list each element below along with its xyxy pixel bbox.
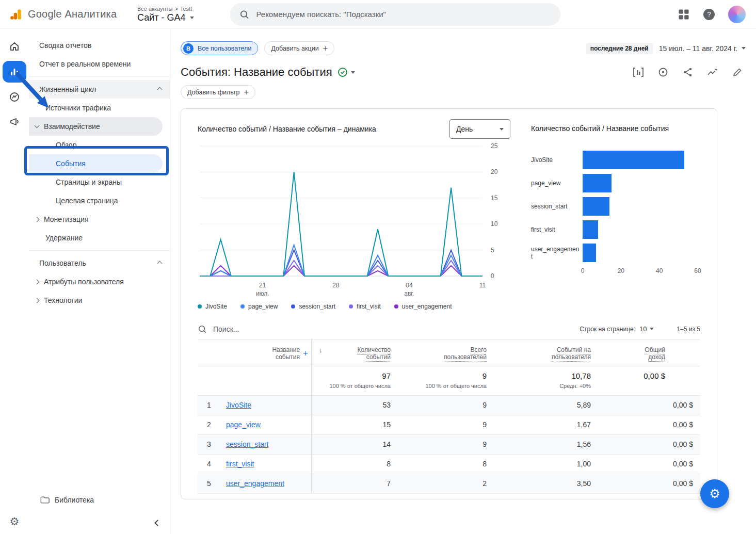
table-header-row: Название события + ↓ Количество событий … xyxy=(198,340,700,366)
event-name-cell: JivoSite xyxy=(218,396,311,415)
google-analytics-logo[interactable] xyxy=(9,8,23,21)
date-range-selector[interactable]: 15 июл. – 11 авг. 2024 г. xyxy=(659,44,746,53)
app-title: Google Аналитика xyxy=(28,8,117,20)
add-filter-chip[interactable]: Добавить фильтр+ xyxy=(181,85,255,99)
row-index: 2 xyxy=(198,415,218,434)
chevron-right-icon xyxy=(35,298,40,303)
search-icon xyxy=(198,325,207,334)
explore-button[interactable] xyxy=(4,87,25,107)
settings-fab[interactable]: ⚙ xyxy=(700,479,729,508)
legend-dot xyxy=(240,304,245,309)
nav-item-retention[interactable]: Удержание xyxy=(29,229,170,247)
legend-item[interactable]: page_view xyxy=(240,303,278,310)
nav-item-realtime[interactable]: Отчет в реальном времени xyxy=(29,55,170,73)
date-hint: последние 28 дней xyxy=(586,43,653,54)
home-button[interactable] xyxy=(4,36,25,57)
table-row: 1 JivoSite 53 9 5,89 0,00 $ xyxy=(198,396,700,415)
svg-text:0: 0 xyxy=(491,272,494,280)
row-index: 1 xyxy=(198,396,218,415)
top-app-bar: Google Аналитика Все аккаунты > Testt Са… xyxy=(0,0,756,29)
pagination-controls: Строк на странице: 10 1–5 из 5 xyxy=(580,325,700,333)
add-dimension-icon[interactable]: + xyxy=(303,348,308,359)
events-per-user-cell: 1,56 xyxy=(495,435,599,454)
bar-label: page_view xyxy=(531,180,583,187)
nav-section-lifecycle[interactable]: Жизненный цикл xyxy=(29,80,170,99)
column-header-total-revenue[interactable]: Общий доход xyxy=(599,340,701,366)
bar-label: session_start xyxy=(531,203,583,210)
table-search-input[interactable] xyxy=(213,325,368,333)
event-link[interactable]: page_view xyxy=(226,420,261,429)
row-index: 4 xyxy=(198,455,218,474)
property-selector[interactable]: Все аккаунты > Testt Сайт - GA4 xyxy=(137,6,194,23)
insights-button[interactable] xyxy=(706,66,719,78)
event-link[interactable]: first_visit xyxy=(226,460,254,468)
rows-per-page-select[interactable]: 10 xyxy=(639,325,654,333)
reports-button[interactable] xyxy=(3,61,26,83)
search-input[interactable] xyxy=(256,10,551,19)
column-header-events-per-user[interactable]: Событий на пользователя xyxy=(495,340,599,366)
scorecard-button[interactable] xyxy=(657,66,669,78)
legend-item[interactable]: user_engagement xyxy=(394,303,452,310)
event-count-cell: 8 xyxy=(311,455,399,474)
bar[interactable] xyxy=(583,197,609,216)
line-chart-title: Количество событий / Название события – … xyxy=(198,125,376,133)
bar[interactable] xyxy=(583,244,596,262)
folder-icon xyxy=(40,496,50,504)
chevron-right-icon xyxy=(35,217,40,222)
legend-item[interactable]: JivoSite xyxy=(198,303,227,310)
nav-item-library[interactable]: Библиотека xyxy=(29,496,94,504)
granularity-select[interactable]: День xyxy=(449,119,510,139)
row-index: 5 xyxy=(198,474,218,493)
events-line-chart: 051015202521июл.2804авг.11 xyxy=(198,139,510,300)
nav-item-snapshot[interactable]: Сводка отчетов xyxy=(29,36,170,55)
nav-item-user-attributes[interactable]: Атрибуты пользователя xyxy=(29,272,170,291)
nav-item-events[interactable]: События xyxy=(29,154,163,173)
bar[interactable] xyxy=(583,151,684,169)
help-icon[interactable]: ? xyxy=(703,9,715,20)
avatar[interactable] xyxy=(728,6,746,23)
report-status-dropdown[interactable] xyxy=(337,67,355,77)
share-button[interactable] xyxy=(682,66,694,78)
collapse-nav-button[interactable] xyxy=(149,514,166,531)
event-link[interactable]: session_start xyxy=(226,440,268,448)
nav-item-landing-page[interactable]: Целевая страница xyxy=(29,191,170,210)
admin-settings-button[interactable]: ⚙ xyxy=(0,515,29,528)
event-link[interactable]: JivoSite xyxy=(226,401,251,409)
column-header-event-count[interactable]: ↓ Количество событий xyxy=(311,340,399,366)
nav-item-monetization[interactable]: Монетизация xyxy=(29,210,170,229)
home-icon xyxy=(9,41,20,52)
event-link[interactable]: user_engagement xyxy=(226,479,284,488)
bar-row: first_visit xyxy=(531,218,700,241)
rows-per-page-label: Строк на странице: xyxy=(580,326,635,333)
nav-item-tech[interactable]: Технологии xyxy=(29,291,170,310)
bar-chart-icon xyxy=(9,67,20,77)
table-search-row: Строк на странице: 10 1–5 из 5 xyxy=(198,318,700,340)
bar[interactable] xyxy=(583,220,598,239)
table-totals-row: 97 100 % от общего числа 9 100 % от обще… xyxy=(198,366,700,396)
total-users-cell: 9 xyxy=(399,396,495,415)
bar[interactable] xyxy=(583,174,612,192)
reports-nav-panel: Сводка отчетов Отчет в реальном времени … xyxy=(29,29,170,534)
revenue-cell: 0,00 $ xyxy=(599,474,701,493)
nav-item-acquisition[interactable]: Источники трафика xyxy=(29,99,170,117)
nav-section-user[interactable]: Пользователь xyxy=(29,254,170,272)
comparison-chip-all-users[interactable]: B Все пользователи xyxy=(181,41,258,55)
svg-text:25: 25 xyxy=(491,142,498,150)
add-comparison-chip[interactable]: Добавить акции+ xyxy=(264,41,334,55)
total-users-cell: 2 xyxy=(399,474,495,493)
nav-item-overview[interactable]: Обзор xyxy=(29,136,170,154)
bar-label: user_engagement xyxy=(531,246,583,260)
advertising-button[interactable] xyxy=(4,111,25,132)
column-header-total-users[interactable]: Всего пользователей xyxy=(399,340,495,366)
legend-item[interactable]: session_start xyxy=(291,303,335,310)
column-header-event-name[interactable]: Название события + xyxy=(218,340,311,366)
nav-item-pages-screens[interactable]: Страницы и экраны xyxy=(29,173,170,191)
edit-button[interactable] xyxy=(731,66,744,78)
nav-item-engagement[interactable]: Взаимодействие xyxy=(29,117,163,136)
comparison-button[interactable] xyxy=(632,66,645,78)
apps-grid-icon[interactable] xyxy=(678,8,690,21)
scorecard-icon xyxy=(658,67,668,77)
totals-events-per-user: 10,78 Средн. +0% xyxy=(495,366,599,395)
search-bar[interactable] xyxy=(230,3,560,26)
legend-item[interactable]: first_visit xyxy=(349,303,381,310)
